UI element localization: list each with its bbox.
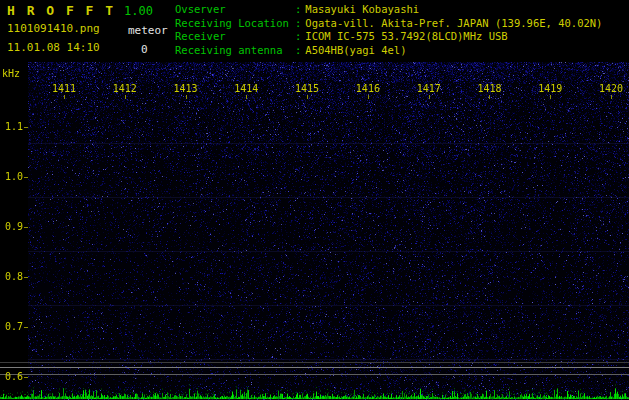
info-colon: : [295, 3, 305, 17]
echo-count: 0 [141, 43, 148, 56]
x-tick-mark [368, 95, 369, 99]
info-value: ICOM IC-575 53.7492(8LCD)MHz USB [305, 30, 507, 44]
x-tick-mark [125, 95, 126, 99]
info-row: Receiver:ICOM IC-575 53.7492(8LCD)MHz US… [175, 30, 602, 44]
info-value: Masayuki Kobayashi [305, 3, 419, 17]
info-colon: : [295, 30, 305, 44]
info-row: Receiving antenna:A504HB(yagi 4el) [175, 44, 602, 58]
info-label: Ovserver [175, 3, 295, 17]
y-tick-mark [24, 277, 28, 278]
x-tick-mark [550, 95, 551, 99]
spectrogram-plot: kHz 141114121413141414151416141714181419… [0, 62, 629, 400]
hrofft-window: H R O F F T 1.00 1101091410.png meteor 1… [0, 0, 629, 400]
spectrogram-canvas [0, 62, 629, 400]
y-tick-label: 1.0 [0, 171, 23, 182]
x-tick-mark [246, 95, 247, 99]
x-tick-label: 1415 [290, 83, 324, 94]
output-filename: 1101091410.png [7, 22, 100, 35]
mode-label: meteor [128, 24, 168, 37]
info-row: Receiving Location:Ogata-vill. Akita-Pre… [175, 17, 602, 31]
y-axis-unit-label: kHz [2, 68, 20, 79]
x-tick-mark [186, 95, 187, 99]
y-tick-label: 0.9 [0, 221, 23, 232]
x-tick-label: 1420 [594, 83, 628, 94]
x-tick-label: 1411 [47, 83, 81, 94]
x-tick-mark [489, 95, 490, 99]
app-version: 1.00 [124, 4, 153, 18]
info-row: Ovserver:Masayuki Kobayashi [175, 3, 602, 17]
y-tick-label: 0.8 [0, 271, 23, 282]
x-tick-label: 1414 [229, 83, 263, 94]
x-tick-mark [611, 95, 612, 99]
y-tick-mark [24, 227, 28, 228]
y-tick-mark [24, 177, 28, 178]
observation-info: Ovserver:Masayuki KobayashiReceiving Loc… [175, 3, 602, 57]
y-tick-label: 0.7 [0, 321, 23, 332]
x-tick-label: 1418 [472, 83, 506, 94]
x-tick-mark [64, 95, 65, 99]
info-value: Ogata-vill. Akita-Pref. JAPAN (139.96E, … [305, 17, 602, 31]
x-tick-label: 1417 [412, 83, 446, 94]
y-tick-mark [24, 327, 28, 328]
x-tick-mark [307, 95, 308, 99]
info-value: A504HB(yagi 4el) [305, 44, 406, 58]
y-tick-mark [24, 127, 28, 128]
y-tick-label: 0.6 [0, 371, 23, 382]
info-label: Receiver [175, 30, 295, 44]
x-tick-label: 1413 [169, 83, 203, 94]
x-tick-label: 1416 [351, 83, 385, 94]
x-tick-mark [429, 95, 430, 99]
x-tick-label: 1419 [533, 83, 567, 94]
info-colon: : [295, 17, 305, 31]
y-tick-mark [24, 377, 28, 378]
x-tick-label: 1412 [108, 83, 142, 94]
info-label: Receiving Location [175, 17, 295, 31]
app-title: H R O F F T [7, 3, 115, 18]
info-label: Receiving antenna [175, 44, 295, 58]
observation-datetime: 11.01.08 14:10 [7, 41, 100, 54]
info-colon: : [295, 44, 305, 58]
y-tick-label: 1.1 [0, 121, 23, 132]
